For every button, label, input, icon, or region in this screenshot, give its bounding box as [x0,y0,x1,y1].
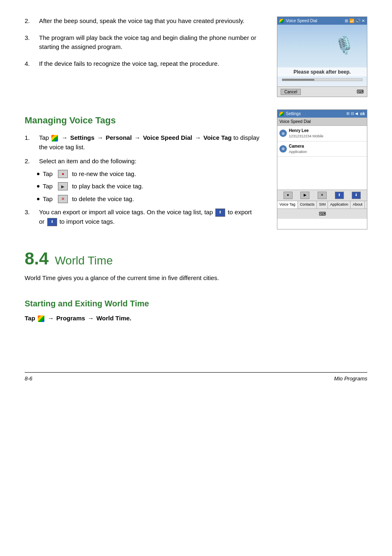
voice-speed-dial-label: Voice Speed Dial [143,134,192,141]
list-num-3: 3. [25,33,33,52]
progress-bar [282,79,362,81]
ss-btn-import[interactable]: ⬇ [352,192,361,199]
personal-label: Personal [106,134,131,141]
delete-button[interactable]: ✕ [58,195,68,203]
play-button[interactable]: ▶ [58,182,68,190]
contact-name-2: Camera [289,143,307,149]
arrow-2: → [97,134,103,141]
screenshot-titlebar-2: Settings ⊞ ⊟ ◀ ok [277,110,367,118]
tab-contacts[interactable]: Contacts [298,201,317,208]
export-button[interactable]: ⬆ [215,208,225,217]
wifi-icon: ⊞ [345,18,348,24]
bullet-dot-2 [37,185,39,188]
list-num-4: 4. [25,59,33,69]
play-text: to play back the voice tag. [72,182,143,191]
tab-voice-tag[interactable]: Voice Tag [277,201,298,208]
section-title: World Time [55,252,113,269]
starting-arrow-2: → [88,315,94,322]
start-menu-icon [51,135,58,141]
page-section: Mio Programs [334,375,367,383]
tap-label-2: Tap [43,182,53,191]
managing-content-3: You can export or import all voice tags.… [39,208,265,226]
ss-btn-x[interactable]: ✕ [318,192,327,199]
list-content-3: The program will play back the voice tag… [39,33,265,52]
list-item-4: 4. If the device fails to recognize the … [25,59,265,69]
section-number: 8.4 [25,250,48,267]
progress-fill [282,79,314,81]
managing-num-2: 2. [25,157,33,166]
bullet-item-renew: Tap ● to re-new the voice tag. [37,169,265,179]
bullet-list: Tap ● to re-new the voice tag. Tap ▶ to … [37,169,265,204]
start-menu-icon-2 [38,315,44,322]
empty-area [277,157,367,190]
managing-item-3: 3. You can export or import all voice ta… [25,208,265,226]
renew-button[interactable]: ● [58,170,68,178]
top-section: 2. After the beep sound, speak the voice… [25,16,367,97]
start-icon-small-2 [279,112,284,116]
page-content: 2. After the beep sound, speak the voice… [25,16,367,383]
import-button[interactable]: ⬇ [47,218,57,226]
page-number: 8-6 [25,375,32,383]
managing-num-3: 3. [25,208,33,226]
managing-item-2: 2. Select an item and do the following: [25,157,265,166]
screenshot-titlebar-1: Voice Speed Dial ⊞ 📶 🔊 ✕ [277,17,367,25]
screenshot-voice-speed-dial: Voice Speed Dial ⊞ 📶 🔊 ✕ 🎙️ Please speak… [277,16,367,97]
list-item-3: 3. The program will play back the voice … [25,33,265,52]
signal-icon: 📶 [349,18,354,24]
ok-button[interactable]: ok [360,111,365,117]
managing-content-1: Tap → Settings → Personal → Voice Speed … [39,133,265,152]
section-description: World Time gives you a glance of the cur… [25,273,367,283]
screenshot-body-2: Voice Speed Dial ⊕ Henry Lee 12312312234… [277,118,367,208]
close-icon[interactable]: ✕ [362,18,365,24]
ss-btn-play[interactable]: ▶ [300,192,309,199]
tap-label-3: Tap [43,195,53,204]
arrow-1: → [62,134,68,141]
contact-num-1: 12312312234 Mobile [289,134,323,139]
starting-section: Starting and Exiting World Time Tap → Pr… [25,293,367,323]
speaker-icon: 🔊 [355,18,360,24]
microphone-icon: 🎙️ [334,33,355,58]
arrow-3: → [134,134,141,141]
list-num-2: 2. [25,16,33,26]
section-84: 8.4 World Time World Time gives you a gl… [25,250,367,289]
keyboard-icon[interactable]: ⌨ [357,88,364,95]
ss-btn-dot[interactable]: ● [284,192,293,199]
titlebar-right-2: ⊞ ⊟ ◀ ok [346,111,365,117]
cancel-button[interactable]: Cancel [281,89,301,95]
speak-after-beep-text: Please speak after beep. [277,67,367,76]
screenshot-title-1: Voice Speed Dial [279,18,317,24]
contact-row-2[interactable]: ⊕ Camera Application [277,141,367,157]
top-numbered-list: 2. After the beep sound, speak the voice… [25,16,265,68]
tap-label-1: Tap [43,169,53,179]
ss-btn-export[interactable]: ⬆ [335,192,344,199]
start-icon-small [279,19,284,23]
top-text: 2. After the beep sound, speak the voice… [25,16,265,97]
screenshot-titlebar-icons-1: ⊞ 📶 🔊 ✕ [345,18,365,24]
starting-arrow-1: → [48,315,54,322]
renew-text: to re-new the voice tag. [72,169,136,179]
starting-heading: Starting and Exiting World Time [25,297,367,310]
managing-num-1: 1. [25,133,33,152]
tab-sim[interactable]: SIM [317,201,328,208]
screenshot-settings: Settings ⊞ ⊟ ◀ ok Voice Speed Dial ⊕ Hen… [277,109,367,229]
contact-info-2: Camera Application [289,143,307,155]
managing-item-1: 1. Tap → Settings → Personal → Voice Spe… [25,133,265,152]
bullet-dot-3 [37,198,39,200]
contact-sub-2: Application [289,149,307,155]
managing-text: Managing Voice Tags 1. Tap → Settings → … [25,109,265,229]
tab-about[interactable]: About [350,201,365,208]
page-footer: 8-6 Mio Programs [25,372,367,383]
keyboard-icon-2[interactable]: ⌨ [319,210,326,218]
managing-content-2: Select an item and do the following: [39,157,265,166]
bullet-item-play: Tap ▶ to play back the voice tag. [37,182,265,191]
contact-name-1: Henry Lee [289,127,323,134]
tab-application[interactable]: Application [328,201,350,208]
delete-text: to delete the voice tag. [72,195,134,204]
contact-row-1[interactable]: ⊕ Henry Lee 12312312234 Mobile [277,126,367,141]
section-84-title: 8.4 World Time [25,250,367,269]
settings-label: Settings [70,134,95,141]
arrow-4: → [195,134,201,141]
settings-title: Settings [279,111,301,117]
empty-space [25,323,367,356]
voice-tag-label: Voice Tag [203,134,232,141]
